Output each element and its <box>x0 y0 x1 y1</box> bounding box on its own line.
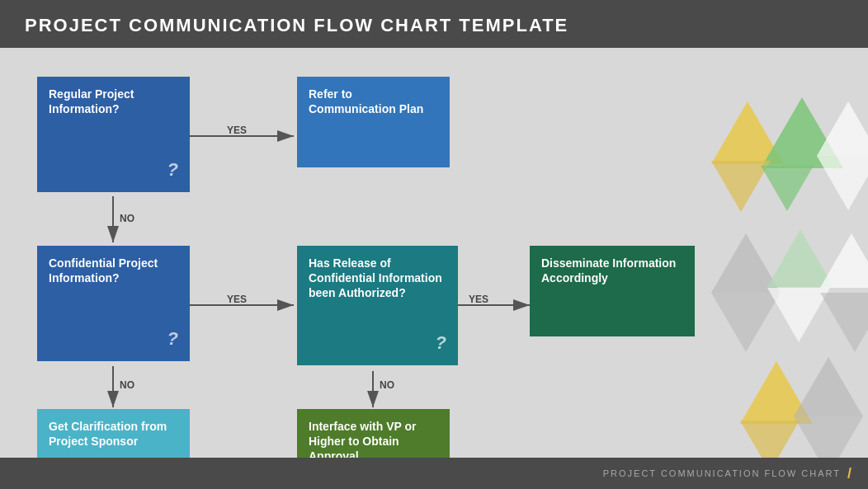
page-title: PROJECT COMMUNICATION FLOW CHART TEMPLAT… <box>25 15 843 36</box>
yes-label-1: YES <box>227 125 247 136</box>
tri-white-1 <box>817 101 868 156</box>
box-refer: Refer to Communication Plan <box>297 77 450 167</box>
no-label-1: NO <box>120 213 134 224</box>
tri-gray-2 <box>794 357 863 416</box>
footer: PROJECT COMMUNICATION FLOW CHART / <box>0 458 868 489</box>
tri-white-2 <box>820 233 868 288</box>
box-refer-label: Refer to Communication Plan <box>309 87 438 116</box>
footer-slash: / <box>847 465 851 482</box>
tri-gray-down-2 <box>820 293 868 352</box>
title-bar: PROJECT COMMUNICATION FLOW CHART TEMPLAT… <box>0 0 868 48</box>
box-confidential-label: Confidential Project Information? <box>49 256 178 285</box>
no-label-2: NO <box>120 379 134 391</box>
box-confidential-question: ? <box>167 327 178 351</box>
box-authorized-question: ? <box>436 331 446 355</box>
yes-label-3: YES <box>469 294 488 305</box>
box-regular-label: Regular Project Information? <box>49 87 178 116</box>
no-label-3: NO <box>380 379 394 391</box>
tri-green-down-1 <box>761 166 814 211</box>
box-confidential: Confidential Project Information? ? <box>37 246 190 361</box>
box-clarification-label: Get Clarification from Project Sponsor <box>49 419 178 449</box>
box-regular: Regular Project Information? ? <box>37 77 190 192</box>
box-disseminate-label: Disseminate Information Accordingly <box>541 256 683 285</box>
footer-text: PROJECT COMMUNICATION FLOW CHART <box>603 468 841 478</box>
box-authorized: Has Release of Confidential Information … <box>297 246 458 365</box>
box-disseminate: Disseminate Information Accordingly <box>530 246 695 336</box>
decorative-triangles <box>695 93 868 489</box>
box-regular-question: ? <box>167 158 178 182</box>
main-content: YES NO YES YES NO NO Regular Project Inf… <box>0 48 868 452</box>
box-authorized-label: Has Release of Confidential Information … <box>309 256 446 301</box>
tri-white-down-1 <box>817 156 868 210</box>
yes-label-2: YES <box>227 294 247 305</box>
